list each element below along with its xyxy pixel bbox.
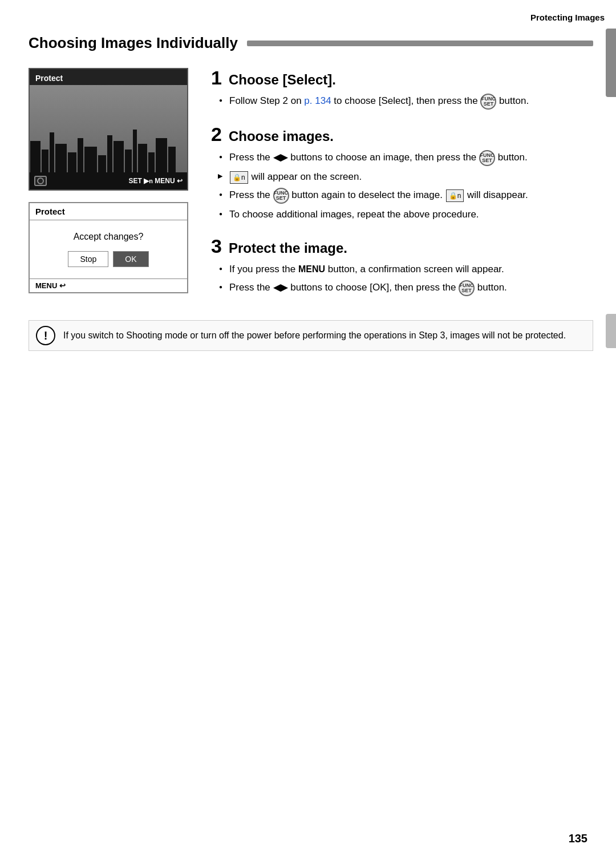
side-tab-top: [606, 29, 616, 97]
building: [55, 144, 67, 172]
step-2-title: Choose images.: [229, 128, 334, 144]
step-3-bullets: If you press the MENU button, a confirma…: [217, 262, 593, 296]
building: [138, 144, 147, 172]
dialog-menu-bar: MENU ↩: [30, 278, 187, 292]
page-link: p. 134: [304, 95, 331, 106]
camera-bottom-bar: SET ▶n MENU ↩: [30, 172, 187, 189]
bullet-item: Press the FUNCSET button again to desele…: [217, 188, 593, 204]
header-title: Protecting Images: [530, 13, 605, 22]
step-3-header: 3 Protect the image.: [211, 236, 593, 256]
dialog-title: Protect: [30, 203, 187, 220]
building: [50, 132, 54, 172]
building: [114, 141, 124, 172]
building: [156, 138, 167, 172]
section-title-bar: Choosing Images Individually: [29, 34, 593, 52]
step-3-title: Protect the image.: [229, 240, 347, 256]
step-1-bullets: Follow Step 2 on p. 134 to choose [Selec…: [217, 94, 593, 110]
building: [68, 152, 76, 172]
buildings: [30, 127, 187, 172]
section-title-line: [247, 41, 593, 46]
bullet-item: If you press the MENU button, a confirma…: [217, 262, 593, 277]
dialog-ok-button[interactable]: OK: [113, 251, 148, 267]
step-2-bullets: Press the ◀▶ buttons to choose an image,…: [217, 150, 593, 221]
section-title: Choosing Images Individually: [29, 34, 247, 52]
note-box: ! If you switch to Shooting mode or turn…: [29, 320, 593, 351]
building: [98, 155, 106, 172]
func-set-btn: FUNCSET: [480, 94, 496, 110]
bullet-item: To choose additional images, repeat the …: [217, 207, 593, 222]
step-1-header: 1 Choose [Select].: [211, 68, 593, 88]
step-2-header: 2 Choose images.: [211, 124, 593, 144]
building: [84, 147, 97, 172]
dialog-question: Accept changes?: [35, 232, 181, 242]
func-set-btn: FUNCSET: [273, 188, 289, 204]
page-header: Protecting Images: [433, 0, 616, 34]
camera-icon: [34, 176, 47, 186]
content-layout: Protect: [29, 68, 593, 311]
func-set-btn: FUNCSET: [479, 150, 495, 166]
step-2-number: 2: [211, 124, 222, 144]
func-set-btn: FUNCSET: [459, 280, 475, 296]
page-number: 135: [569, 832, 587, 845]
main-content: Choosing Images Individually Protect: [29, 34, 593, 351]
dialog-body: Accept changes? Stop OK: [30, 220, 187, 278]
bullet-item: Follow Step 2 on p. 134 to choose [Selec…: [217, 94, 593, 110]
dialog-buttons: Stop OK: [35, 251, 181, 267]
step-2: 2 Choose images. Press the ◀▶ buttons to…: [211, 124, 593, 221]
left-column: Protect: [29, 68, 194, 305]
building: [148, 152, 155, 172]
building: [30, 141, 40, 172]
bullet-item-arrow: 🔒n will appear on the screen.: [217, 169, 593, 184]
step-3: 3 Protect the image. If you press the ME…: [211, 236, 593, 296]
bullet-item: Press the ◀▶ buttons to choose [OK], the…: [217, 280, 593, 296]
step-1: 1 Choose [Select]. Follow Step 2 on p. 1…: [211, 68, 593, 110]
camera-screen-label: Protect: [35, 74, 63, 83]
dialog-stop-button[interactable]: Stop: [68, 251, 108, 267]
protect-dialog: Protect Accept changes? Stop OK MENU ↩: [29, 202, 188, 293]
note-text: If you switch to Shooting mode or turn o…: [63, 329, 566, 342]
camera-screen: Protect: [29, 68, 188, 191]
bullet-item: Press the ◀▶ buttons to choose an image,…: [217, 150, 593, 166]
note-icon: !: [36, 326, 55, 345]
camera-bottom-label: SET ▶n MENU ↩: [129, 177, 183, 185]
right-column: 1 Choose [Select]. Follow Step 2 on p. 1…: [211, 68, 593, 311]
building: [125, 150, 132, 172]
building: [168, 147, 176, 172]
building: [107, 135, 112, 172]
step-1-title: Choose [Select].: [229, 72, 336, 88]
building: [78, 138, 83, 172]
side-tab-bottom: [606, 314, 616, 348]
protect-icon-inline: 🔒n: [446, 189, 464, 202]
building: [42, 150, 48, 172]
menu-label: MENU: [298, 264, 325, 274]
protect-icon-inline: 🔒n: [230, 171, 248, 184]
step-3-number: 3: [211, 236, 222, 256]
building: [133, 130, 137, 172]
step-1-number: 1: [211, 68, 222, 87]
